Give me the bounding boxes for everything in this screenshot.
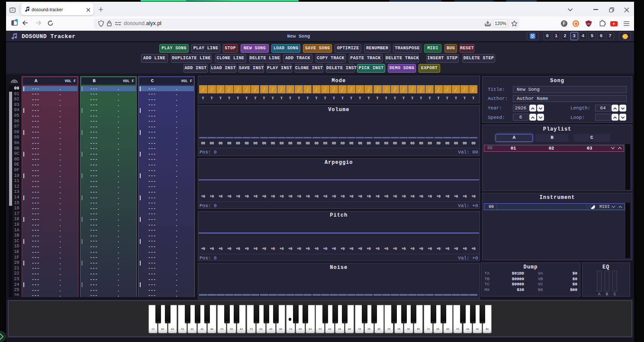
svg-text:UO: UO bbox=[587, 22, 591, 25]
